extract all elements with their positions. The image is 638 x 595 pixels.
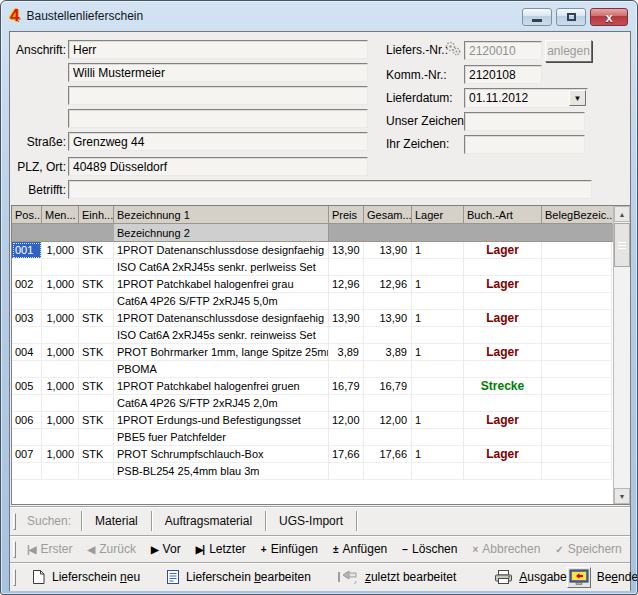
scroll-up-icon[interactable]: ▲	[614, 206, 630, 222]
ausgabe-button[interactable]: Ausgabe	[494, 569, 566, 585]
cell-belegbezeichnung[interactable]	[542, 378, 612, 395]
cell-einheit[interactable]: STK	[79, 276, 114, 293]
cell-pos[interactable]: 006	[12, 412, 42, 429]
cell-menge[interactable]: 1,000	[42, 378, 79, 395]
cell-lager[interactable]: 1	[412, 412, 464, 429]
anschrift-line3-field[interactable]	[68, 86, 368, 105]
cell-menge[interactable]: 1,000	[42, 276, 79, 293]
cell-einheit[interactable]: STK	[79, 242, 114, 259]
col-header-belegbezeichnung[interactable]: BelegBezeic...	[542, 206, 612, 224]
cell-bezeichnung1[interactable]: PROT Bohrmarker 1mm, lange Spitze 25mm	[114, 344, 329, 361]
nav-abbrechen-button[interactable]: ×Abbrechen	[472, 542, 540, 556]
liefers-nr-field[interactable]	[464, 41, 542, 60]
cell-buchart[interactable]: Lager	[464, 412, 542, 429]
komm-nr-field[interactable]	[464, 65, 542, 84]
cell-preis[interactable]: 16,79	[329, 378, 364, 395]
col-header-bezeichnung1[interactable]: Bezeichnung 1	[114, 206, 329, 224]
cell-bezeichnung1[interactable]: 1PROT Datenanschlussdose designfaehig	[114, 310, 329, 327]
nav-vor-button[interactable]: ▶Vor	[151, 542, 181, 556]
anschrift-line1-field[interactable]	[68, 40, 368, 59]
cell-einheit[interactable]: STK	[79, 412, 114, 429]
cell-belegbezeichnung[interactable]	[542, 344, 612, 361]
col-header-menge[interactable]: Men...	[42, 206, 79, 224]
lieferschein-bearbeiten-button[interactable]: Lieferschein bearbeiten	[166, 569, 311, 585]
nav-l-schen-button[interactable]: −Löschen	[402, 542, 457, 556]
vertical-scrollbar[interactable]: ▲ ▼	[613, 206, 630, 504]
cell-gesamt[interactable]: 13,90	[364, 242, 412, 259]
cell-bezeichnung2[interactable]: Cat6A 4P26 S/FTP 2xRJ45 5,0m	[114, 293, 329, 310]
cell-lager[interactable]: 1	[412, 344, 464, 361]
cell-bezeichnung1[interactable]: 1PROT Datenanschlussdose designfaehig	[114, 242, 329, 259]
col-header-buchart[interactable]: Buch.-Art	[464, 206, 542, 224]
cell-menge[interactable]: 1,000	[42, 412, 79, 429]
cell-einheit[interactable]: STK	[79, 446, 114, 463]
cell-pos[interactable]: 003	[12, 310, 42, 327]
cell-pos[interactable]: 002	[12, 276, 42, 293]
cell-buchart[interactable]: Lager	[464, 276, 542, 293]
minimize-button[interactable]	[522, 8, 552, 26]
table-row[interactable]: 0061,000STK1PROT Erdungs-und Befestigung…	[12, 412, 613, 446]
anlegen-button[interactable]: anlegen	[545, 40, 592, 62]
cell-bezeichnung2[interactable]: PSB-BL254 25,4mm blau 3m	[114, 463, 329, 480]
cell-buchart[interactable]: Strecke	[464, 378, 542, 395]
cell-bezeichnung2[interactable]: ISO Cat6A 2xRJ45s senkr. reinweiss Set	[114, 327, 329, 344]
cell-pos[interactable]: 001	[12, 242, 42, 259]
cell-buchart[interactable]: Lager	[464, 344, 542, 361]
cell-belegbezeichnung[interactable]	[542, 276, 612, 293]
cell-preis[interactable]: 17,66	[329, 446, 364, 463]
ihr-zeichen-field[interactable]	[464, 135, 585, 154]
cell-belegbezeichnung[interactable]	[542, 242, 612, 259]
close-button[interactable]: x	[590, 8, 628, 26]
cell-bezeichnung2[interactable]: PBE5 fuer Patchfelder	[114, 429, 329, 446]
cell-menge[interactable]: 1,000	[42, 242, 79, 259]
table-row[interactable]: 0021,000STK1PROT Patchkabel halogenfrei …	[12, 276, 613, 310]
cell-buchart[interactable]: Lager	[464, 242, 542, 259]
scroll-down-icon[interactable]: ▼	[614, 488, 630, 504]
col-header-lager[interactable]: Lager	[412, 206, 464, 224]
cell-gesamt[interactable]: 16,79	[364, 378, 412, 395]
cell-pos[interactable]: 004	[12, 344, 42, 361]
table-row[interactable]: 0071,000STKPROT Schrumpfschlauch-Box17,6…	[12, 446, 613, 480]
nav-letzter-button[interactable]: ▶|Letzter	[196, 542, 246, 556]
col-header-bezeichnung2[interactable]: Bezeichnung 2	[114, 224, 329, 241]
cell-bezeichnung2[interactable]: Cat6A 4P26 S/FTP 2xRJ45 2,0m	[114, 395, 329, 412]
col-header-gesamt[interactable]: Gesam...	[364, 206, 412, 224]
col-header-preis[interactable]: Preis	[329, 206, 364, 224]
cell-bezeichnung2[interactable]: PBOMA	[114, 361, 329, 378]
table-row[interactable]: 0041,000STKPROT Bohrmarker 1mm, lange Sp…	[12, 344, 613, 378]
cell-lager[interactable]: 1	[412, 276, 464, 293]
cell-belegbezeichnung[interactable]	[542, 412, 612, 429]
search-button-material[interactable]: Material	[82, 514, 151, 528]
cell-bezeichnung1[interactable]: PROT Schrumpfschlauch-Box	[114, 446, 329, 463]
cell-preis[interactable]: 12,96	[329, 276, 364, 293]
cell-preis[interactable]: 13,90	[329, 310, 364, 327]
col-header-pos[interactable]: Pos...	[12, 206, 42, 224]
cell-belegbezeichnung[interactable]	[542, 310, 612, 327]
cell-pos[interactable]: 007	[12, 446, 42, 463]
cell-pos[interactable]: 005	[12, 378, 42, 395]
beenden-button[interactable]: Beenden	[567, 567, 638, 588]
cell-belegbezeichnung[interactable]	[542, 446, 612, 463]
lieferschein-neu-button[interactable]: Lieferschein neu	[31, 569, 140, 585]
nav-speichern-button[interactable]: ✓Speichern	[555, 542, 621, 556]
cell-gesamt[interactable]: 3,89	[364, 344, 412, 361]
chevron-down-icon[interactable]: ▼	[569, 90, 586, 106]
plz-ort-field[interactable]	[68, 157, 368, 176]
cell-gesamt[interactable]: 17,66	[364, 446, 412, 463]
cell-bezeichnung1[interactable]: 1PROT Patchkabel halogenfrei grau	[114, 276, 329, 293]
cell-gesamt[interactable]: 12,96	[364, 276, 412, 293]
cell-einheit[interactable]: STK	[79, 310, 114, 327]
anschrift-line4-field[interactable]	[68, 109, 368, 128]
cell-menge[interactable]: 1,000	[42, 446, 79, 463]
col-header-einheit[interactable]: Einh...	[79, 206, 114, 224]
maximize-button[interactable]	[556, 8, 586, 26]
nav-zur-ck-button[interactable]: ◀Zurück	[88, 542, 136, 556]
table-row[interactable]: 0011,000STK1PROT Datenanschlussdose desi…	[12, 242, 613, 276]
cell-preis[interactable]: 12,00	[329, 412, 364, 429]
cell-bezeichnung1[interactable]: 1PROT Erdungs-und Befestigungsset	[114, 412, 329, 429]
strasse-field[interactable]	[68, 132, 368, 151]
cell-lager[interactable]: 1	[412, 310, 464, 327]
cell-menge[interactable]: 1,000	[42, 310, 79, 327]
betrifft-field[interactable]	[68, 180, 592, 199]
scrollbar-thumb[interactable]	[614, 223, 630, 267]
